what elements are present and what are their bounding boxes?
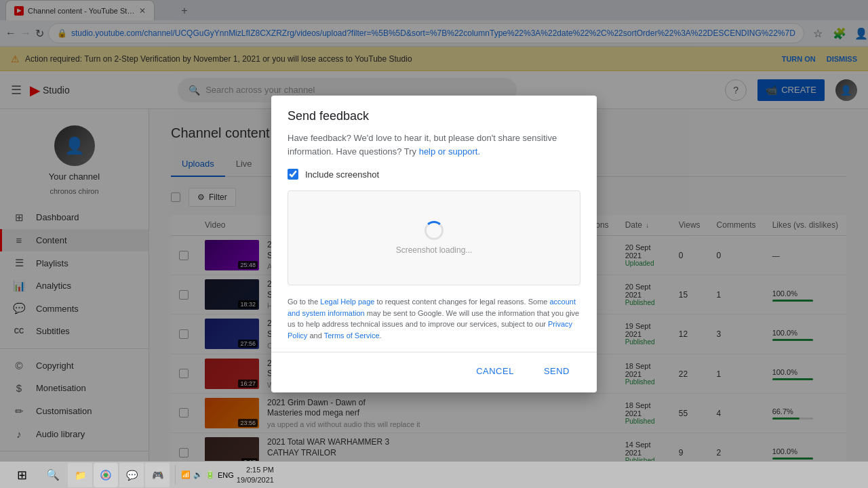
send-button[interactable]: SEND xyxy=(533,361,580,382)
battery-icon: 🔋 xyxy=(205,470,215,479)
include-screenshot-checkbox[interactable] xyxy=(288,169,298,180)
modal-description: Have feedback? We'd love to hear it, but… xyxy=(288,131,580,158)
taskbar-system-tray: 📶 🔊 🔋 ENG 2:15 PM 19/09/2021 xyxy=(175,465,279,485)
modal-legal-text: Go to the Legal Help page to request con… xyxy=(288,296,580,341)
modal-overlay: Send feedback Have feedback? We'd love t… xyxy=(0,0,868,488)
send-feedback-modal: Send feedback Have feedback? We'd love t… xyxy=(271,96,597,392)
taskbar-file-explorer[interactable]: 📁 xyxy=(68,463,92,487)
modal-body: Have feedback? We'd love to hear it, but… xyxy=(271,131,597,352)
start-button[interactable]: ⊞ xyxy=(5,463,38,487)
taskbar-clock: 2:15 PM 19/09/2021 xyxy=(237,465,274,485)
modal-header: Send feedback xyxy=(271,96,597,131)
taskbar-app-icons: 📁 💬 🎮 xyxy=(68,463,170,487)
svg-point-1 xyxy=(104,473,108,477)
sound-icon: 🔊 xyxy=(193,470,203,479)
time-display: 2:15 PM xyxy=(237,465,274,474)
loading-spinner xyxy=(425,221,443,240)
taskbar: ⊞ 🔍 📁 💬 🎮 📶 🔊 🔋 ENG 2:15 PM 19/09/2021 xyxy=(0,461,868,488)
taskbar-discord[interactable]: 💬 xyxy=(119,463,144,487)
terms-link[interactable]: Terms of Service xyxy=(324,331,380,340)
date-display: 19/09/2021 xyxy=(237,475,274,485)
taskbar-game[interactable]: 🎮 xyxy=(145,463,170,487)
loading-text: Screenshot loading... xyxy=(396,245,473,255)
network-icon: 📶 xyxy=(181,470,191,479)
help-link[interactable]: help or support. xyxy=(419,146,480,157)
legal-help-link[interactable]: Legal Help page xyxy=(320,298,374,306)
include-screenshot-label: Include screenshot xyxy=(305,169,379,180)
lang-indicator: ENG xyxy=(218,471,234,479)
taskbar-search-icon[interactable]: 🔍 xyxy=(41,463,65,487)
screenshot-checkbox-row: Include screenshot xyxy=(288,169,580,180)
cancel-button[interactable]: CANCEL xyxy=(465,361,525,382)
modal-footer: CANCEL SEND xyxy=(271,352,597,392)
screenshot-preview-area: Screenshot loading... xyxy=(288,190,580,285)
taskbar-chrome[interactable] xyxy=(94,463,118,487)
modal-title: Send feedback xyxy=(288,109,580,123)
